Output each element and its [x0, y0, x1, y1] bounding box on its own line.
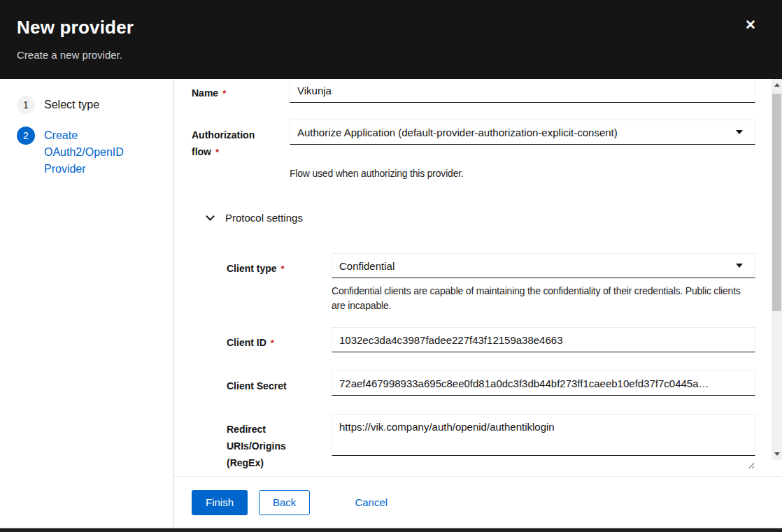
- redirect-uris-label: Redirect URIs/Origins (RegEx): [227, 414, 332, 471]
- finish-button[interactable]: Finish: [192, 490, 248, 515]
- new-provider-modal: New provider Create a new provider. ✕ 1 …: [0, 0, 782, 532]
- wizard-steps-sidebar: 1 Select type 2 Create OAuth2/OpenID Pro…: [0, 79, 173, 528]
- name-input[interactable]: [290, 79, 755, 103]
- step-label: Select type: [44, 96, 142, 113]
- client-type-select[interactable]: Confidential: [332, 253, 755, 278]
- arrow-down-icon: [774, 452, 780, 456]
- modal-header: New provider Create a new provider. ✕: [0, 0, 782, 79]
- chevron-down-icon: [206, 212, 215, 221]
- redirect-uris-textarea[interactable]: https://vik.company/auth/openid/authenti…: [332, 414, 755, 456]
- background-page-strip: [0, 528, 782, 532]
- client-secret-input[interactable]: [332, 371, 755, 396]
- arrow-up-icon: [774, 83, 780, 87]
- client-id-label: Client ID*: [227, 327, 332, 352]
- wizard-step-create-oauth2-provider[interactable]: 2 Create OAuth2/OpenID Provider: [17, 127, 173, 178]
- cancel-button[interactable]: Cancel: [355, 490, 388, 515]
- form-row-redirect-uris: Redirect URIs/Origins (RegEx) https://vi…: [227, 414, 755, 476]
- client-type-label: Client type*: [227, 253, 332, 278]
- authorization-flow-selected-value: Authorize Application (default-provider-…: [297, 127, 618, 138]
- name-label: Name*: [192, 79, 290, 103]
- protocol-settings-label: Protocol settings: [225, 212, 303, 224]
- wizard-content: Name* Authorization flow* Authorize Appl…: [173, 79, 782, 528]
- step-label: Create OAuth2/OpenID Provider: [44, 127, 142, 178]
- form-row-name: Name*: [192, 79, 755, 103]
- form-row-client-secret: Client Secret: [227, 371, 755, 396]
- client-type-helper: Confidential clients are capable of main…: [332, 284, 755, 313]
- client-secret-label: Client Secret: [227, 371, 332, 396]
- authorization-flow-helper: Flow used when authorizing this provider…: [290, 166, 755, 181]
- required-asterisk: *: [271, 338, 274, 348]
- protocol-settings-toggle[interactable]: Protocol settings: [192, 212, 755, 224]
- scroll-down-button[interactable]: [772, 448, 782, 460]
- required-asterisk: *: [215, 147, 219, 157]
- authorization-flow-label: Authorization flow*: [192, 120, 290, 161]
- wizard-step-select-type[interactable]: 1 Select type: [17, 96, 173, 114]
- provider-form: Name* Authorization flow* Authorize Appl…: [173, 79, 772, 476]
- chevron-down-icon: [736, 130, 743, 134]
- scrollbar-thumb[interactable]: [772, 94, 781, 311]
- wizard-footer: Finish Back Cancel: [173, 476, 782, 528]
- step-number-badge: 1: [17, 96, 35, 114]
- client-type-selected-value: Confidential: [339, 260, 394, 272]
- scroll-up-button[interactable]: [772, 79, 782, 91]
- step-number-badge: 2: [17, 127, 35, 145]
- required-asterisk: *: [281, 264, 285, 274]
- chevron-down-icon: [736, 264, 743, 268]
- form-row-authorization-flow: Authorization flow* Authorize Applicatio…: [192, 120, 755, 181]
- authorization-flow-select[interactable]: Authorize Application (default-provider-…: [290, 120, 755, 145]
- form-row-client-id: Client ID*: [227, 327, 755, 352]
- form-row-client-type: Client type* Confidential Confidential c…: [227, 253, 755, 313]
- resize-handle-icon[interactable]: [748, 462, 754, 468]
- back-button[interactable]: Back: [259, 490, 310, 515]
- close-icon[interactable]: ✕: [745, 18, 756, 31]
- client-id-input[interactable]: [332, 327, 755, 352]
- modal-title: New provider: [17, 17, 765, 38]
- required-asterisk: *: [222, 88, 226, 99]
- vertical-scrollbar[interactable]: [772, 79, 782, 460]
- modal-subtitle: Create a new provider.: [17, 49, 765, 61]
